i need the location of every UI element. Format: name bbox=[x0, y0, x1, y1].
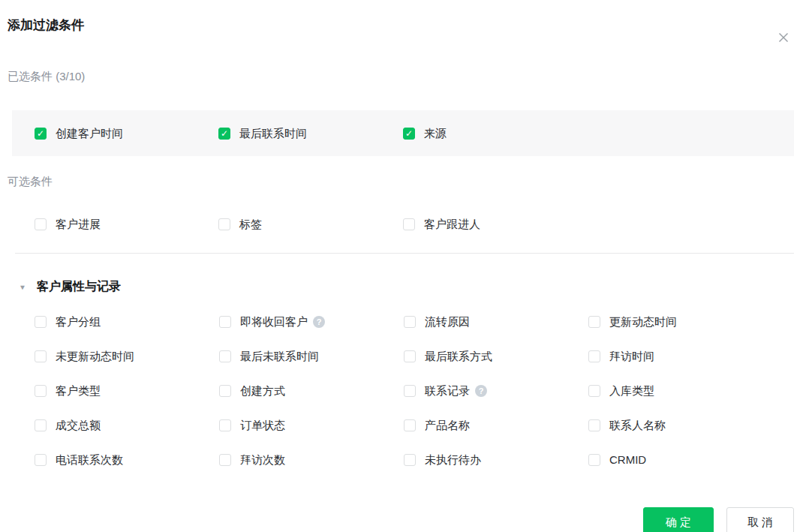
filter-option-最后联系时间[interactable]: ✓ 最后联系时间 bbox=[218, 127, 403, 140]
filter-option-label: 即将收回客户 bbox=[240, 315, 308, 329]
filter-option-label: 客户跟进人 bbox=[424, 218, 480, 231]
filter-option-即将收回客户[interactable]: 即将收回客户 ? bbox=[219, 315, 404, 329]
filter-option-未执行待办[interactable]: 未执行待办 bbox=[404, 453, 588, 467]
check-icon: ✓ bbox=[37, 128, 44, 137]
checkbox-unchecked[interactable] bbox=[35, 419, 47, 431]
checkbox-unchecked[interactable] bbox=[35, 350, 47, 362]
filter-option-label: 拜访次数 bbox=[240, 453, 285, 467]
filter-option-label: 成交总额 bbox=[56, 419, 101, 432]
filter-option-最后未联系时间[interactable]: 最后未联系时间 bbox=[219, 350, 404, 363]
filter-option-label: 客户分组 bbox=[56, 315, 101, 329]
add-filter-dialog: 添加过滤条件 已选条件 (3/10) ✓ 创建客户时间 ✓ 最后联系时间 ✓ 来… bbox=[0, 17, 806, 532]
filter-option-label: 入库类型 bbox=[609, 384, 654, 398]
filter-option-label: 产品名称 bbox=[425, 419, 470, 432]
selected-conditions-label: 已选条件 (3/10) bbox=[8, 69, 806, 84]
filter-option-label: 更新动态时间 bbox=[609, 315, 677, 329]
dialog-footer: 确 定 取 消 bbox=[643, 507, 794, 532]
checkbox-checked[interactable]: ✓ bbox=[35, 128, 47, 140]
checkbox-unchecked[interactable] bbox=[35, 385, 47, 397]
filter-option-客户类型[interactable]: 客户类型 bbox=[35, 384, 219, 398]
checkbox-checked[interactable]: ✓ bbox=[403, 128, 415, 140]
filter-option-最后联系方式[interactable]: 最后联系方式 bbox=[404, 350, 588, 363]
filter-option-产品名称[interactable]: 产品名称 bbox=[404, 419, 588, 432]
filter-option-label: 电话联系次数 bbox=[56, 453, 123, 467]
filter-option-label: 最后未联系时间 bbox=[240, 350, 319, 363]
checkbox-unchecked[interactable] bbox=[588, 454, 600, 466]
checkbox-unchecked[interactable] bbox=[588, 350, 600, 362]
filter-option-电话联系次数[interactable]: 电话联系次数 bbox=[35, 453, 219, 467]
checkbox-checked[interactable]: ✓ bbox=[218, 128, 230, 140]
check-icon: ✓ bbox=[221, 128, 228, 137]
checkbox-unchecked[interactable] bbox=[588, 316, 600, 328]
checkbox-unchecked[interactable] bbox=[35, 454, 47, 466]
attribute-group-header[interactable]: ▼ 客户属性与记录 bbox=[19, 278, 806, 295]
attribute-options-grid: 客户分组 即将收回客户 ? 流转原因 更新动态时间 未更新动态时间 最后未联系时… bbox=[35, 315, 806, 467]
checkbox-unchecked[interactable] bbox=[404, 350, 416, 362]
filter-option-客户分组[interactable]: 客户分组 bbox=[35, 315, 219, 329]
cancel-button[interactable]: 取 消 bbox=[726, 507, 794, 532]
filter-option-入库类型[interactable]: 入库类型 bbox=[588, 384, 773, 398]
checkbox-unchecked[interactable] bbox=[588, 385, 600, 397]
filter-option-联系人名称[interactable]: 联系人名称 bbox=[588, 419, 773, 432]
checkbox-unchecked[interactable] bbox=[218, 218, 230, 230]
help-icon[interactable]: ? bbox=[475, 385, 487, 397]
filter-option-label: 联系人名称 bbox=[609, 419, 666, 432]
filter-option-联系记录[interactable]: 联系记录 ? bbox=[404, 384, 588, 398]
checkbox-unchecked[interactable] bbox=[219, 454, 231, 466]
close-icon bbox=[777, 32, 789, 44]
checkbox-unchecked[interactable] bbox=[219, 419, 231, 431]
filter-option-未更新动态时间[interactable]: 未更新动态时间 bbox=[35, 350, 219, 363]
filter-option-客户跟进人[interactable]: 客户跟进人 bbox=[403, 218, 806, 231]
filter-option-label: 流转原因 bbox=[425, 315, 470, 329]
checkbox-unchecked[interactable] bbox=[35, 218, 47, 230]
filter-option-拜访时间[interactable]: 拜访时间 bbox=[588, 350, 773, 363]
filter-option-label: 未执行待办 bbox=[425, 453, 481, 467]
filter-option-流转原因[interactable]: 流转原因 bbox=[404, 315, 588, 329]
checkbox-unchecked[interactable] bbox=[219, 350, 231, 362]
filter-option-创建客户时间[interactable]: ✓ 创建客户时间 bbox=[35, 127, 218, 140]
chevron-down-icon[interactable]: ▼ bbox=[19, 283, 26, 290]
checkbox-unchecked[interactable] bbox=[219, 385, 231, 397]
filter-option-label: 客户类型 bbox=[56, 384, 101, 398]
checkbox-unchecked[interactable] bbox=[219, 316, 231, 328]
checkbox-unchecked[interactable] bbox=[404, 454, 416, 466]
filter-option-更新动态时间[interactable]: 更新动态时间 bbox=[588, 315, 773, 329]
checkbox-unchecked[interactable] bbox=[404, 316, 416, 328]
filter-option-来源[interactable]: ✓ 来源 bbox=[403, 127, 794, 140]
filter-option-label: CRMID bbox=[609, 453, 646, 467]
filter-option-label: 最后联系时间 bbox=[239, 127, 307, 140]
checkbox-unchecked[interactable] bbox=[403, 218, 415, 230]
attribute-group-title: 客户属性与记录 bbox=[37, 278, 121, 295]
help-icon[interactable]: ? bbox=[313, 316, 325, 328]
filter-option-拜访次数[interactable]: 拜访次数 bbox=[219, 453, 404, 467]
section-divider bbox=[15, 253, 794, 254]
filter-option-订单状态[interactable]: 订单状态 bbox=[219, 419, 404, 432]
filter-option-标签[interactable]: 标签 bbox=[218, 218, 403, 231]
filter-option-label: 创建客户时间 bbox=[56, 127, 123, 140]
checkbox-unchecked[interactable] bbox=[404, 385, 416, 397]
optional-conditions-row: 客户进展 标签 客户跟进人 bbox=[35, 218, 806, 231]
filter-option-label: 未更新动态时间 bbox=[56, 350, 134, 363]
checkbox-unchecked[interactable] bbox=[35, 316, 47, 328]
optional-conditions-label: 可选条件 bbox=[8, 174, 806, 189]
filter-option-label: 拜访时间 bbox=[609, 350, 654, 363]
filter-option-label: 来源 bbox=[424, 127, 447, 140]
filter-option-label: 创建方式 bbox=[240, 384, 285, 398]
filter-option-CRMID[interactable]: CRMID bbox=[588, 453, 773, 467]
filter-option-创建方式[interactable]: 创建方式 bbox=[219, 384, 404, 398]
filter-option-成交总额[interactable]: 成交总额 bbox=[35, 419, 219, 432]
filter-option-label: 客户进展 bbox=[56, 218, 101, 231]
filter-option-label: 订单状态 bbox=[240, 419, 285, 432]
filter-option-label: 最后联系方式 bbox=[425, 350, 492, 363]
confirm-button[interactable]: 确 定 bbox=[643, 507, 714, 532]
checkbox-unchecked[interactable] bbox=[588, 419, 600, 431]
close-button[interactable] bbox=[774, 29, 792, 47]
check-icon: ✓ bbox=[405, 128, 413, 137]
filter-option-客户进展[interactable]: 客户进展 bbox=[35, 218, 218, 231]
filter-option-label: 联系记录 bbox=[425, 384, 470, 398]
selected-conditions-row: ✓ 创建客户时间 ✓ 最后联系时间 ✓ 来源 bbox=[12, 110, 794, 156]
checkbox-unchecked[interactable] bbox=[404, 419, 416, 431]
filter-option-label: 标签 bbox=[239, 218, 262, 231]
dialog-title: 添加过滤条件 bbox=[8, 17, 806, 34]
